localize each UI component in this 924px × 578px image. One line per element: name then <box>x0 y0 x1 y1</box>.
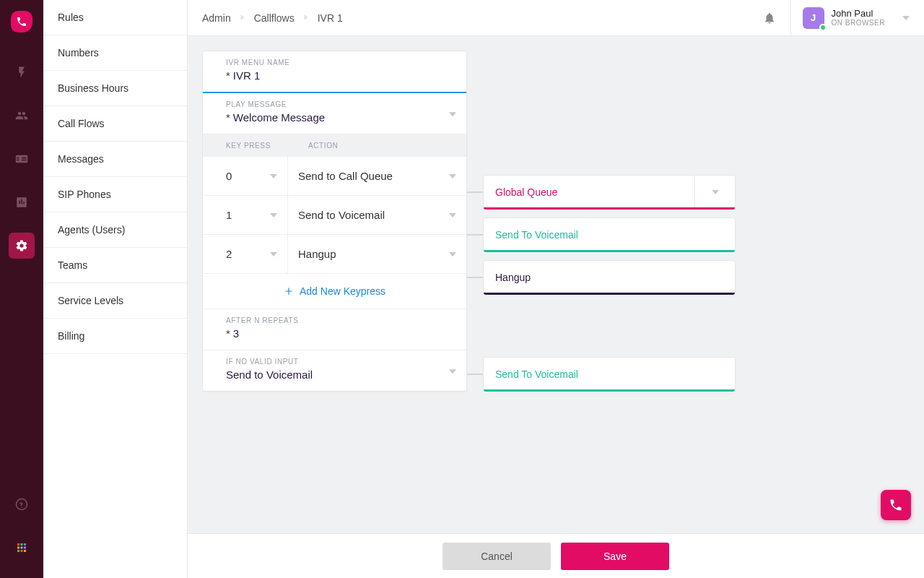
footer: Cancel Save <box>188 533 924 578</box>
svg-rect-4 <box>21 547 23 549</box>
chip-label: Global Queue <box>495 186 557 198</box>
action-chip-wrap: Global Queue <box>467 175 736 210</box>
chevron-down-icon <box>270 174 277 178</box>
chevron-down-icon <box>449 252 456 256</box>
action-select[interactable]: Send to Voicemail <box>288 196 466 234</box>
col-header-action: ACTION <box>288 142 466 150</box>
col-header-key: KEY PRESS <box>203 142 288 150</box>
presence-dot <box>819 24 827 31</box>
keypress-row: ×2Hangup <box>203 235 466 274</box>
add-keypress-label: Add New Keypress <box>300 285 385 297</box>
sidebar-item-label: Billing <box>58 330 84 342</box>
chip-dropdown[interactable] <box>694 176 735 209</box>
chevron-down-icon <box>270 252 277 256</box>
action-select[interactable]: Send to Call Queue <box>288 157 466 195</box>
rail-apps-icon[interactable] <box>9 535 35 561</box>
field-label: PLAY MESSAGE <box>226 100 455 108</box>
rail-settings-icon[interactable] <box>9 233 35 259</box>
chevron-down-icon <box>712 190 719 194</box>
rail-card-icon[interactable] <box>9 146 35 172</box>
notifications-icon[interactable] <box>763 12 776 25</box>
ivr-name-field[interactable]: IVR MENU NAME * IVR 1 <box>203 51 466 93</box>
no-valid-input-value: Send to Voicemail <box>226 368 313 381</box>
sidebar-item-label: Teams <box>58 259 87 271</box>
chevron-down-icon <box>449 112 456 116</box>
sidebar-item-label: Agents (Users) <box>58 224 125 236</box>
sidebar-item-label: SIP Phones <box>58 189 111 200</box>
sidebar-item-teams[interactable]: Teams <box>43 248 187 283</box>
chevron-down-icon <box>902 16 910 20</box>
keypress-select[interactable]: 2 <box>203 235 288 273</box>
sidebar-item-label: Service Levels <box>58 295 123 306</box>
repeats-field[interactable]: AFTER N REPEATS * 3 <box>203 309 466 350</box>
breadcrumb-admin[interactable]: Admin <box>202 12 231 24</box>
save-button[interactable]: Save <box>561 543 669 570</box>
sidebar-item-rules[interactable]: Rules <box>43 0 187 35</box>
chip-label: Send To Voicemail <box>495 229 578 241</box>
add-keypress-button[interactable]: Add New Keypress <box>203 274 466 309</box>
sidebar-item-sip-phones[interactable]: SIP Phones <box>43 177 187 212</box>
action-select[interactable]: Hangup <box>288 235 466 273</box>
action-chip[interactable]: Send To Voicemail <box>483 357 736 392</box>
user-menu[interactable]: J John Paul ON BROWSER <box>803 7 910 29</box>
play-message-value: Welcome Message <box>233 111 325 124</box>
settings-sidebar: Rules Numbers Business Hours Call Flows … <box>43 0 188 578</box>
action-chip[interactable]: Global Queue <box>483 175 736 210</box>
sidebar-item-billing[interactable]: Billing <box>43 319 187 354</box>
rail-chart-icon[interactable] <box>9 189 35 215</box>
sidebar-item-label: Rules <box>58 12 84 23</box>
action-chip-wrap: Send To Voicemail <box>467 217 736 252</box>
avatar: J <box>803 7 824 29</box>
svg-rect-0 <box>17 543 19 545</box>
sidebar-item-label: Numbers <box>58 47 99 59</box>
chevron-down-icon <box>270 213 277 217</box>
sidebar-item-agents[interactable]: Agents (Users) <box>43 212 187 248</box>
keypress-row: 0Send to Call Queue <box>203 157 466 196</box>
nav-rail <box>0 0 43 578</box>
svg-rect-5 <box>24 547 26 549</box>
rail-people-icon[interactable] <box>9 103 35 129</box>
chevron-down-icon <box>449 213 456 217</box>
keypress-select[interactable]: 1 <box>203 196 288 234</box>
dialer-fab[interactable] <box>881 490 911 520</box>
ivr-name-value: IVR 1 <box>233 69 261 82</box>
chevron-right-icon <box>240 14 245 22</box>
sidebar-item-business-hours[interactable]: Business Hours <box>43 71 187 106</box>
keypress-select[interactable]: 0 <box>203 157 288 195</box>
svg-rect-1 <box>21 543 23 545</box>
field-label: AFTER N REPEATS <box>226 316 455 324</box>
field-label: IVR MENU NAME <box>226 59 455 66</box>
chevron-down-icon <box>449 369 456 374</box>
rail-bolt-icon[interactable] <box>9 59 35 85</box>
chip-label: Hangup <box>495 272 531 283</box>
breadcrumb-current: IVR 1 <box>318 12 343 24</box>
svg-rect-7 <box>21 550 23 552</box>
action-chip[interactable]: Hangup <box>483 260 736 295</box>
sidebar-item-messages[interactable]: Messages <box>43 142 187 177</box>
ivr-card: IVR MENU NAME * IVR 1 PLAY MESSAGE * Wel… <box>202 51 467 392</box>
svg-rect-2 <box>24 543 26 545</box>
app-logo[interactable] <box>11 11 32 33</box>
play-message-field[interactable]: PLAY MESSAGE * Welcome Message <box>203 93 466 134</box>
user-name: John Paul <box>832 9 885 19</box>
action-chip[interactable]: Send To Voicemail <box>483 217 736 252</box>
cancel-button[interactable]: Cancel <box>443 543 551 570</box>
keypress-table-header: KEY PRESS ACTION <box>203 134 466 157</box>
field-label: IF NO VALID INPUT <box>226 358 455 366</box>
sidebar-item-label: Business Hours <box>58 82 128 94</box>
sidebar-item-label: Call Flows <box>58 118 105 129</box>
no-valid-input-field[interactable]: IF NO VALID INPUT Send to Voicemail <box>203 350 466 391</box>
breadcrumb-callflows[interactable]: Callflows <box>254 12 295 24</box>
connector-line <box>467 277 483 278</box>
sidebar-item-call-flows[interactable]: Call Flows <box>43 106 187 142</box>
sidebar-item-service-levels[interactable]: Service Levels <box>43 283 187 319</box>
chip-label: Send To Voicemail <box>495 368 578 380</box>
rail-help-icon[interactable] <box>9 491 35 517</box>
repeats-value: 3 <box>233 327 239 340</box>
topbar: Admin Callflows IVR 1 J John Paul ON BRO… <box>188 0 924 36</box>
sidebar-item-numbers[interactable]: Numbers <box>43 35 187 71</box>
svg-rect-3 <box>17 547 19 549</box>
connector-line <box>467 191 483 193</box>
chevron-down-icon <box>449 174 456 178</box>
svg-rect-8 <box>24 550 26 552</box>
